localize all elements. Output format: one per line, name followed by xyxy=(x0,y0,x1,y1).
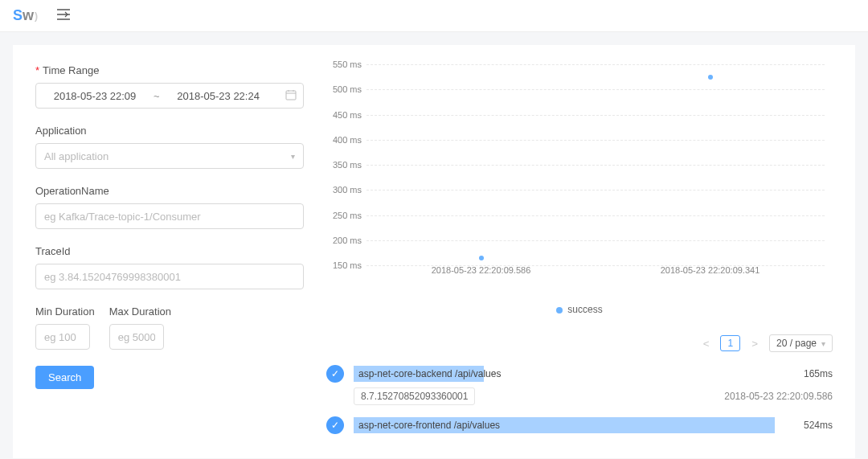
time-range-label: *Time Range xyxy=(35,64,304,76)
logo: Sw) xyxy=(13,7,38,24)
page-number[interactable]: 1 xyxy=(720,335,740,351)
y-tick: 250 ms xyxy=(333,211,362,220)
grid-line xyxy=(366,140,825,141)
max-duration-input[interactable] xyxy=(109,324,164,350)
next-page-button[interactable]: > xyxy=(747,336,763,351)
grid-line xyxy=(366,64,825,65)
trace-bar: asp-net-core-frontend /api/values xyxy=(354,417,775,433)
y-tick: 200 ms xyxy=(333,236,362,245)
y-tick: 400 ms xyxy=(333,135,362,145)
time-range-picker[interactable]: ~ xyxy=(35,83,304,109)
trace-row[interactable]: ✓asp-net-core-backend /api/values165ms xyxy=(326,365,833,383)
y-tick: 550 ms xyxy=(333,59,362,69)
trace-id-label: TraceId xyxy=(35,245,304,257)
min-duration-label: Min Duration xyxy=(35,305,95,318)
prev-page-button[interactable]: < xyxy=(698,336,714,351)
pagination: < 1 > 20 / page ▾ xyxy=(326,334,833,352)
main-panel: *Time Range ~ Application All applicatio… xyxy=(13,45,855,458)
page-size-select[interactable]: 20 / page ▾ xyxy=(769,334,833,352)
trace-duration: 165ms xyxy=(784,368,833,379)
time-range-sep: ~ xyxy=(154,90,160,102)
calendar-icon xyxy=(285,89,297,103)
application-select[interactable]: All application ▾ xyxy=(35,143,304,169)
check-icon: ✓ xyxy=(326,365,344,383)
application-label: Application xyxy=(35,125,304,137)
trace-list: ✓asp-net-core-backend /api/values165ms8.… xyxy=(326,365,833,434)
grid-line xyxy=(366,165,825,166)
legend-dot-icon xyxy=(556,307,563,314)
min-duration-input[interactable] xyxy=(35,324,90,350)
trace-label: asp-net-core-frontend /api/values xyxy=(354,420,500,431)
y-tick: 500 ms xyxy=(333,84,362,94)
trace-bar: asp-net-core-backend /api/values xyxy=(354,366,775,382)
y-tick: 450 ms xyxy=(333,110,362,120)
trace-id-input[interactable] xyxy=(35,264,304,289)
chart-data-point[interactable] xyxy=(708,75,713,80)
menu-toggle-icon[interactable] xyxy=(57,9,70,23)
trace-id-badge: 8.7.15270852093360001 xyxy=(354,387,475,405)
grid-line xyxy=(366,215,825,216)
chart-legend: success xyxy=(326,304,833,315)
chevron-down-icon: ▾ xyxy=(821,339,825,348)
grid-line xyxy=(366,89,825,90)
app-header: Sw) xyxy=(0,0,868,32)
svg-rect-0 xyxy=(286,91,296,100)
trace-row[interactable]: ✓asp-net-core-frontend /api/values524ms xyxy=(326,416,833,434)
trace-label: asp-net-core-backend /api/values xyxy=(354,368,501,379)
search-button[interactable]: Search xyxy=(35,366,94,389)
time-range-end[interactable] xyxy=(166,90,271,102)
chevron-down-icon: ▾ xyxy=(291,152,295,161)
trace-timestamp: 2018-05-23 22:20:09.586 xyxy=(724,391,833,402)
grid-line xyxy=(366,190,825,191)
trace-meta: 8.7.152708520933600012018-05-23 22:20:09… xyxy=(354,387,833,405)
y-tick: 300 ms xyxy=(333,185,362,195)
y-tick: 350 ms xyxy=(333,160,362,170)
operation-name-label: OperationName xyxy=(35,185,304,197)
max-duration-label: Max Duration xyxy=(109,305,171,318)
chart-data-point[interactable] xyxy=(479,256,484,260)
operation-name-input[interactable] xyxy=(35,203,304,229)
trace-scatter-chart: 150 ms200 ms250 ms300 ms350 ms400 ms450 … xyxy=(326,64,833,297)
filter-form: *Time Range ~ Application All applicatio… xyxy=(35,64,304,439)
y-tick: 150 ms xyxy=(333,260,362,270)
trace-duration: 524ms xyxy=(784,420,833,431)
grid-line xyxy=(366,115,825,116)
check-icon: ✓ xyxy=(326,416,344,434)
x-tick: 2018-05-23 22:20:09.341 xyxy=(661,265,760,275)
time-range-start[interactable] xyxy=(43,90,147,102)
grid-line xyxy=(366,240,825,241)
x-tick: 2018-05-23 22:20:09.586 xyxy=(432,265,531,275)
